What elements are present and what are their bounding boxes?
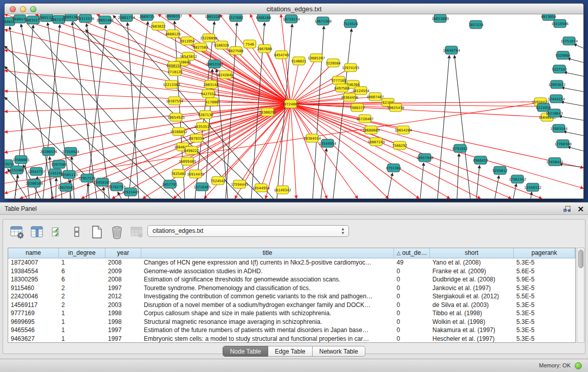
graph-node[interactable]: 6497568 [334,84,350,92]
tab-edge-table[interactable]: Edge Table [268,346,313,357]
close-window-button[interactable] [10,6,16,12]
column-header-title[interactable]: title [141,248,394,258]
graph-node[interactable]: 18300295 [259,108,276,116]
graph-node[interactable]: 9827508 [228,47,244,55]
graph-node[interactable]: 6791942 [452,144,468,152]
graph-node[interactable]: 12213383 [163,80,180,89]
graph-node[interactable]: 17957225 [78,174,96,182]
tab-network-table[interactable]: Network Table [313,346,365,357]
table-row[interactable]: 946362711997Embryonic stem cells: a mode… [8,335,575,343]
column-selector-button[interactable] [29,224,45,240]
graph-node[interactable]: 1527602 [228,14,244,21]
graph-node[interactable]: 9329966 [555,51,571,59]
graph-node[interactable]: 12444154 [548,95,565,103]
graph-node[interactable]: 8454749 [274,51,289,59]
graph-node[interactable]: 16053809 [431,14,449,23]
graph-node[interactable]: 2803144 [203,80,219,89]
graph-node[interactable]: 16648784 [443,46,460,54]
graph-node[interactable]: 9146821 [291,57,307,65]
graph-node[interactable]: 7515526 [343,19,358,28]
graph-node[interactable]: 7524542 [210,177,226,185]
graph-node[interactable]: 9827503 [193,43,208,51]
table-panel-header[interactable]: Table Panel ✕ [0,203,588,215]
select-all-button[interactable] [49,224,64,240]
window-titlebar[interactable]: citations_edges.txt [5,4,583,14]
graph-node[interactable]: 18107554 [166,97,183,105]
graph-node[interactable]: 19166852 [170,127,187,136]
graph-node[interactable]: 8813054 [541,14,556,20]
graph-node[interactable]: 9777169 [331,76,346,84]
graph-node[interactable]: 20691406 [96,16,114,24]
graph-node[interactable]: 23226058 [200,34,217,42]
graph-node[interactable]: 9245012 [492,166,508,174]
column-header-year[interactable]: year [105,248,141,258]
graph-node[interactable]: 23206500 [26,179,43,187]
graph-node[interactable]: 17359924 [62,147,79,156]
column-header-in_degree[interactable]: in_degree [59,248,105,258]
column-header-out_degree[interactable]: △out_de… [394,248,430,258]
graph-node[interactable]: 8186328 [214,41,229,49]
table-row[interactable]: 946554611997Estimation of the future num… [8,326,575,335]
graph-node[interactable]: 12923449 [122,188,139,196]
graph-node[interactable]: 14544954 [252,184,270,192]
graph-node[interactable]: 9227343 [552,65,567,73]
graph-node[interactable]: 9457791 [162,180,178,188]
graph-node[interactable]: 19654204 [395,126,412,134]
graph-node[interactable]: 18957946 [416,154,433,162]
table-row[interactable]: 977716911998Corpus callosum shape and si… [8,309,575,318]
graph-node[interactable]: 9242844 [218,71,233,79]
delete-trash-button[interactable] [109,224,124,240]
graph-node[interactable]: 15751074 [560,37,578,45]
graph-node[interactable]: 14671368 [314,17,332,25]
graph-node[interactable]: 8267130 [198,111,213,119]
graph-node[interactable]: 1151468 [9,166,25,174]
close-panel-icon[interactable]: ✕ [577,205,584,213]
graph-node[interactable]: 10688609 [362,126,380,134]
network-canvas[interactable]: 7663822866012889129542322605898275031654… [5,14,583,199]
graph-node[interactable]: 16149342 [274,186,291,194]
graph-node[interactable]: 10719134 [282,15,300,23]
graph-node[interactable]: 16720407 [356,115,374,123]
graph-node[interactable]: 16210643 [546,109,563,117]
graph-node[interactable]: 19218506 [551,19,569,28]
graph-node[interactable]: 10653287 [205,14,222,20]
graph-node[interactable]: 12974193 [342,63,359,72]
new-table-button[interactable] [89,224,104,240]
graph-node[interactable]: 9498222 [184,146,199,155]
table-row[interactable]: 969969511998Structural magnetic resonanc… [8,318,575,326]
graph-node[interactable]: 3220584 [325,59,341,67]
graph-node[interactable]: 10696557 [165,14,182,20]
graph-node[interactable]: 20206576 [40,147,57,156]
table-row[interactable]: 1456911722003Disruption of a novel membe… [8,301,575,310]
graph-node[interactable]: 17760380 [554,140,572,148]
graph-node[interactable]: 19654925 [167,113,185,121]
graph-node[interactable]: 7986372 [350,103,365,112]
graph-node[interactable]: 7625402 [171,169,186,178]
graph-node[interactable]: 23661714 [118,14,135,21]
graph-node[interactable]: 18313370 [77,14,94,23]
minimize-window-button[interactable] [20,6,26,12]
graph-node[interactable]: 10807487 [366,93,384,101]
graph-node[interactable]: 12450441 [546,158,563,166]
graph-node[interactable]: 7857224 [468,20,484,29]
hub-node[interactable]: 18724007 [282,100,299,108]
graph-node[interactable]: 8660128 [165,30,181,38]
citation-network-graph[interactable]: 7663822866012889129542322605898275031654… [5,14,583,199]
table-row[interactable]: 1872400712008Changes of HCN gene express… [8,258,575,267]
table-vertical-scrollbar[interactable] [577,248,584,343]
column-header-name[interactable]: name [8,248,59,258]
column-header-pagerank[interactable]: pagerank [514,248,575,258]
graph-node[interactable]: 19384554 [303,134,321,142]
graph-node[interactable]: 7566292 [392,141,407,149]
graph-node[interactable]: 9427552 [201,90,216,98]
table-row[interactable]: 1830029562008Estimation of significance … [8,275,575,284]
graph-node[interactable]: 2718126 [167,68,183,76]
tab-node-table[interactable]: Node Table [223,346,268,357]
graph-node[interactable]: 7546 [244,40,256,48]
graph-node[interactable]: 16914479 [187,170,204,178]
graph-node[interactable]: 20053346 [206,60,223,68]
graph-node[interactable]: 417006 [205,98,218,106]
graph-node[interactable]: 9397588 [51,160,67,168]
graph-node[interactable]: 15716485 [193,183,211,191]
graph-node[interactable]: 13544954 [319,139,336,147]
